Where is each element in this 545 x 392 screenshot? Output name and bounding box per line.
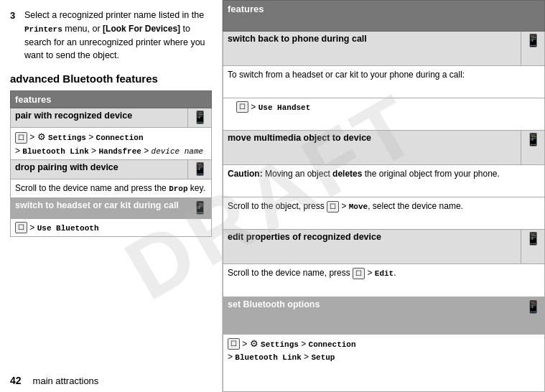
- subheader-cell: edit properties of recognized device: [223, 230, 521, 264]
- icon-cell: 📱: [188, 160, 212, 179]
- bluetooth-link-label: Bluetooth Link: [235, 353, 301, 362]
- subheader-label: pair with recognized device: [15, 111, 132, 121]
- content-cell: ☐ > Use Bluetooth: [11, 218, 212, 237]
- page-number: 42: [10, 375, 22, 386]
- right-column: features switch back to phone during cal…: [223, 0, 545, 392]
- table-row: drop pairing with device 📱: [11, 160, 212, 179]
- phone-icon: 📱: [192, 111, 207, 125]
- phone-icon: 📱: [526, 34, 540, 48]
- subheader-label: edit properties of recognized device: [228, 232, 381, 242]
- icon-cell: 📱: [188, 197, 212, 218]
- table-header-cell: features: [11, 91, 212, 108]
- settings-label: Settings: [48, 134, 86, 142]
- section-heading: advanced Bluetooth features: [10, 73, 212, 85]
- menu-key-icon: ☐: [15, 222, 27, 233]
- phone-icon: 📱: [192, 162, 207, 177]
- table-row: switch to headset or car kit during call…: [11, 197, 212, 218]
- footer-text: main attractions: [33, 375, 99, 386]
- table-header-row: features: [11, 91, 212, 108]
- subheader-cell: drop pairing with device: [11, 160, 188, 179]
- content-cell: Scroll to the object, press ☐ > Move, se…: [223, 197, 545, 229]
- icon-cell: 📱: [521, 230, 545, 264]
- left-column: 3 Select a recognized printer name liste…: [0, 0, 223, 392]
- subheader-label: move multimedia object to device: [228, 133, 371, 143]
- page-footer: 42 main attractions: [10, 375, 98, 386]
- printers-label: Printers: [24, 25, 62, 34]
- look-for-devices-label: [Look For Devices]: [103, 24, 180, 34]
- caution-label: Caution:: [228, 169, 263, 179]
- table-row: Scroll to the device name, press ☐ > Edi…: [223, 264, 545, 297]
- table-row: Caution: Moving an object deletes the or…: [223, 165, 545, 197]
- content-cell: ☐ > ⚙ Settings > Connection > Bluetooth …: [223, 334, 545, 391]
- content-cell: ☐ > ⚙ Settings > Connection > Bluetooth …: [11, 128, 212, 160]
- menu-key-icon: ☐: [15, 132, 27, 144]
- device-name-label: device name: [152, 147, 204, 156]
- handsfree-label: Handsfree: [98, 147, 141, 156]
- table-row: move multimedia object to device 📱: [223, 131, 545, 165]
- setup-label: Setup: [311, 353, 335, 362]
- menu-key-icon: ☐: [327, 201, 339, 213]
- icon-cell: 📱: [521, 131, 545, 165]
- table-row: Scroll to the object, press ☐ > Move, se…: [223, 197, 545, 229]
- step-3-block: 3 Select a recognized printer name liste…: [10, 9, 212, 62]
- subheader-label: switch back to phone during call: [228, 34, 367, 44]
- table-row: ☐ > ⚙ Settings > Connection > Bluetooth …: [223, 334, 545, 391]
- subheader-cell: pair with recognized device: [11, 108, 188, 128]
- phone-icon: 📱: [192, 201, 207, 215]
- bluetooth-link-label: Bluetooth Link: [22, 147, 88, 156]
- phone-icon: 📱: [526, 232, 540, 246]
- table-row: set Bluetooth options 📱: [223, 297, 545, 334]
- content-cell: ☐ > Use Handset: [223, 98, 545, 130]
- table-row: ☐ > Use Handset: [223, 98, 545, 130]
- table-row: To switch from a headset or car kit to y…: [223, 65, 545, 98]
- table-header-row: features: [223, 1, 545, 32]
- settings-icon: ⚙: [37, 131, 46, 142]
- right-features-table: features switch back to phone during cal…: [223, 0, 545, 392]
- menu-key-icon: ☐: [353, 268, 365, 279]
- table-row: edit properties of recognized device 📱: [223, 230, 545, 264]
- connection-label: Connection: [96, 134, 144, 142]
- menu-key-icon: ☐: [236, 101, 248, 113]
- content-cell: Scroll to the device name, press ☐ > Edi…: [223, 264, 545, 297]
- icon-cell: 📱: [188, 108, 212, 128]
- deletes-label: deletes: [332, 169, 362, 179]
- subheader-cell: switch back to phone during call: [223, 31, 521, 65]
- table-row: ☐ > ⚙ Settings > Connection > Bluetooth …: [11, 128, 212, 160]
- table-row: ☐ > Use Bluetooth: [11, 218, 212, 237]
- phone-icon: 📱: [526, 133, 540, 147]
- subheader-cell: switch to headset or car kit during call: [11, 197, 188, 218]
- icon-cell: 📱: [521, 31, 545, 65]
- settings-icon: ⚙: [250, 338, 258, 349]
- subheader-label: drop pairing with device: [15, 162, 118, 172]
- table-row: pair with recognized device 📱: [11, 108, 212, 128]
- edit-label: Edit: [375, 269, 393, 278]
- menu-key-icon: ☐: [228, 338, 240, 350]
- drop-label: Drop: [169, 185, 187, 193]
- left-features-table: features pair with recognized device 📱 ☐…: [10, 90, 212, 237]
- table-header-cell: features: [223, 1, 545, 32]
- subheader-cell: set Bluetooth options: [223, 297, 521, 334]
- step-number: 3: [10, 9, 20, 62]
- phone-icon: 📱: [526, 300, 540, 314]
- table-row: Scroll to the device name and press the …: [11, 179, 212, 198]
- move-label: Move: [349, 202, 368, 211]
- page-container: DRAFT 3 Select a recognized printer name…: [0, 0, 545, 392]
- settings-label: Settings: [261, 340, 299, 349]
- content-cell: Scroll to the device name and press the …: [11, 179, 212, 198]
- use-bluetooth-label: Use Bluetooth: [37, 224, 99, 233]
- subheader-label: switch to headset or car kit during call: [15, 200, 179, 210]
- step-text: Select a recognized printer name listed …: [24, 9, 212, 62]
- content-cell: To switch from a headset or car kit to y…: [223, 65, 545, 98]
- use-handset-label: Use Handset: [258, 103, 311, 112]
- connection-label: Connection: [309, 340, 356, 349]
- content-cell: Caution: Moving an object deletes the or…: [223, 165, 545, 197]
- icon-cell: 📱: [521, 297, 545, 334]
- subheader-label: set Bluetooth options: [228, 299, 320, 309]
- table-row: switch back to phone during call 📱: [223, 31, 545, 65]
- subheader-cell: move multimedia object to device: [223, 131, 521, 165]
